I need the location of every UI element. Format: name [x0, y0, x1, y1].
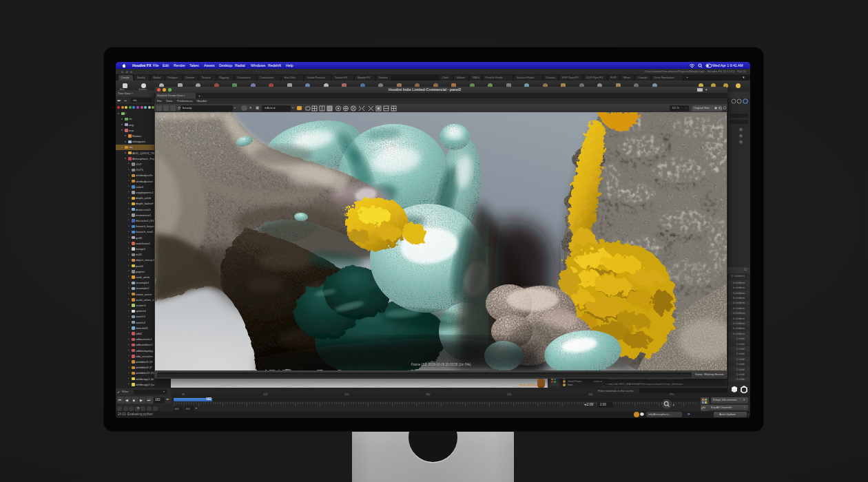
svg-text:Frame 182: 2026-02-06 20:03:5: Frame 182: 2026-02-06 20:03:58 (1m 54s) — [411, 363, 471, 366]
svg-text:▾: ▾ — [673, 403, 675, 407]
